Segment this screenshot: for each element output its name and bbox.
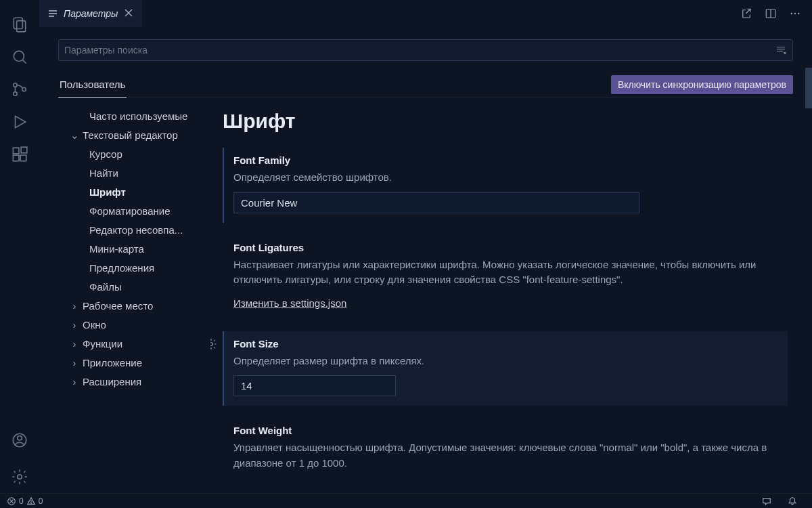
accounts-icon[interactable] (3, 424, 36, 457)
error-count: 0 (19, 496, 24, 506)
setting-title: Font Size (233, 338, 778, 350)
gear-icon[interactable] (210, 338, 217, 353)
setting-font-size: Font Size Определяет размер шрифта в пик… (223, 331, 788, 406)
warning-count: 0 (39, 496, 43, 506)
font-family-input[interactable] (233, 192, 639, 213)
search-input[interactable] (64, 45, 775, 56)
svg-line-3 (22, 60, 26, 63)
svg-rect-8 (13, 148, 19, 154)
status-problems[interactable]: 0 0 (7, 496, 43, 506)
manage-gear-icon[interactable] (3, 461, 36, 493)
tree-item-formatting[interactable]: Форматирование (89, 202, 210, 221)
settings-pane: Шрифт Font Family Определяет семейство ш… (210, 107, 793, 493)
source-control-icon[interactable] (3, 73, 36, 106)
scope-tab-user[interactable]: Пользователь (58, 72, 127, 98)
svg-rect-1 (17, 21, 26, 32)
scope-tabs: Пользователь Включить синхронизацию пара… (58, 72, 793, 98)
chevron-right-icon: › (69, 297, 80, 316)
svg-point-5 (14, 92, 17, 96)
svg-point-30 (210, 342, 212, 345)
svg-point-4 (14, 83, 17, 87)
tree-item-minimap[interactable]: Мини-карта (89, 240, 210, 259)
svg-rect-9 (13, 155, 19, 161)
open-settings-json-icon[interactable] (736, 3, 757, 24)
settings-content: Пользователь Включить синхронизацию пара… (39, 27, 812, 493)
svg-point-13 (18, 436, 22, 441)
tree-item-application[interactable]: ›Приложение (69, 354, 210, 373)
tab-bar: Параметры (39, 0, 812, 27)
svg-rect-11 (21, 147, 27, 153)
extensions-icon[interactable] (3, 138, 36, 171)
setting-description: Настраивает лигатуры или характеристики … (233, 257, 778, 288)
tree-item-diff-editor[interactable]: Редактор несовпа... (89, 221, 210, 240)
setting-title: Font Family (233, 154, 778, 166)
run-debug-icon[interactable] (3, 106, 36, 138)
tree-item-features[interactable]: ›Функции (69, 335, 210, 354)
sync-settings-button[interactable]: Включить синхронизацию параметров (611, 75, 793, 94)
tree-item-cursor[interactable]: Курсор (89, 145, 210, 164)
chevron-down-icon: ⌄ (69, 126, 80, 145)
tree-item-find[interactable]: Найти (89, 164, 210, 183)
tree-item-files[interactable]: Файлы (89, 278, 210, 297)
activity-bar (0, 0, 39, 493)
tab-settings[interactable]: Параметры (39, 0, 142, 27)
setting-title: Font Weight (233, 425, 778, 436)
clear-search-icon[interactable] (775, 44, 787, 56)
settings-heading: Шрифт (223, 110, 788, 133)
svg-point-22 (791, 13, 792, 14)
setting-font-weight: Font Weight Управляет насыщенностью шриф… (223, 418, 788, 480)
tree-item-window[interactable]: ›Окно (69, 316, 210, 335)
warning-icon (26, 496, 36, 506)
more-actions-icon[interactable] (785, 3, 805, 24)
main-area: Параметры Пользователь Включить синхрони… (39, 0, 812, 493)
close-icon[interactable] (123, 7, 134, 20)
settings-search[interactable] (58, 39, 793, 61)
tree-item-extensions[interactable]: ›Расширения (69, 373, 210, 391)
error-icon (7, 496, 16, 506)
list-icon (47, 8, 58, 19)
minimap-thumb[interactable] (805, 68, 812, 108)
svg-point-23 (794, 13, 796, 14)
tree-item-workbench[interactable]: ›Рабочее место (69, 297, 210, 316)
svg-point-14 (18, 475, 22, 480)
chevron-right-icon: › (69, 354, 80, 373)
tree-item-text-editor[interactable]: ⌄Текстовый редактор (69, 126, 210, 145)
tree-item-font[interactable]: Шрифт (89, 183, 210, 202)
tab-title: Параметры (64, 8, 118, 19)
chevron-right-icon: › (69, 316, 80, 335)
status-feedback-icon[interactable] (762, 496, 771, 506)
status-bar: 0 0 (0, 493, 812, 508)
setting-description: Определяет семейство шрифтов. (233, 170, 778, 186)
setting-title: Font Ligatures (233, 242, 778, 253)
tree-item-frequently-used[interactable]: Часто используемые (69, 107, 210, 126)
svg-point-24 (798, 13, 799, 14)
tree-item-suggestions[interactable]: Предложения (89, 259, 210, 278)
svg-point-35 (30, 503, 31, 503)
split-editor-icon[interactable] (761, 3, 781, 24)
setting-description: Управляет насыщенностью шрифта. Допустим… (233, 440, 778, 471)
setting-font-family: Font Family Определяет семейство шрифтов… (223, 148, 788, 223)
chevron-right-icon: › (69, 335, 80, 354)
search-icon[interactable] (3, 41, 36, 73)
setting-font-ligatures: Font Ligatures Настраивает лигатуры или … (223, 235, 788, 319)
font-size-input[interactable] (233, 375, 396, 396)
explorer-icon[interactable] (3, 8, 36, 41)
edit-in-settings-json-link[interactable]: Изменить в settings.json (233, 297, 346, 309)
setting-description: Определяет размер шрифта в пикселях. (233, 354, 778, 369)
svg-marker-7 (16, 116, 26, 127)
status-bell-icon[interactable] (788, 496, 797, 506)
svg-rect-0 (14, 18, 22, 28)
chevron-right-icon: › (69, 373, 80, 391)
svg-point-2 (14, 51, 24, 61)
settings-tree: Часто используемые ⌄Текстовый редактор К… (58, 107, 210, 493)
svg-rect-10 (20, 155, 26, 161)
svg-point-6 (22, 87, 26, 91)
